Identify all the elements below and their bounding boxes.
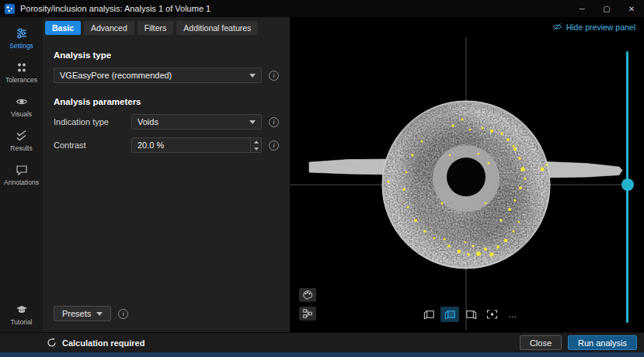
sidebar-item-label: Tolerances (5, 76, 37, 84)
presets-label: Presets (62, 309, 91, 318)
status-text: Calculation required (62, 338, 144, 348)
indication-type-label: Indication type (54, 117, 131, 127)
view-slice-left-button[interactable] (419, 307, 438, 322)
close-dialog-button[interactable]: Close (520, 335, 562, 350)
indication-type-dropdown[interactable]: Voids (131, 114, 262, 130)
sidebar-item-tutorial[interactable]: Tutorial (0, 298, 43, 332)
checklist-icon (16, 130, 28, 142)
eye-off-icon (552, 22, 562, 32)
sidebar: Settings Tolerances Visuals Results (0, 17, 43, 332)
sidebar-item-label: Annotations (4, 178, 39, 186)
close-button[interactable]: ✕ (619, 0, 644, 17)
statusbar: Calculation required Close Run analysis (0, 332, 644, 352)
sidebar-item-label: Results (10, 144, 32, 152)
settings-panel: Basic Advanced Filters Additional featur… (43, 17, 290, 332)
refresh-icon (47, 338, 57, 348)
spin-down-icon[interactable] (251, 145, 261, 152)
tab-filters[interactable]: Filters (138, 21, 174, 35)
view-slice-current-button[interactable] (440, 307, 459, 322)
info-icon[interactable]: i (269, 71, 279, 81)
analysis-type-value: VGEasyPore (recommended) (60, 71, 172, 80)
tolerances-icon (16, 61, 28, 74)
fit-view-button[interactable] (482, 307, 501, 322)
contrast-label: Contrast (54, 140, 131, 150)
sidebar-item-tolerances[interactable]: Tolerances (0, 56, 43, 90)
titlebar[interactable]: Porosity/inclusion analysis: Analysis 1 … (0, 0, 644, 17)
info-icon[interactable]: i (118, 309, 128, 319)
slice-slider-handle[interactable] (621, 178, 634, 191)
scene-tree-button[interactable] (299, 307, 316, 321)
slice-current-icon (444, 309, 457, 320)
graduation-cap-icon (16, 303, 28, 316)
hide-preview-panel-link[interactable]: Hide preview panel (552, 22, 635, 32)
info-icon[interactable]: i (269, 117, 279, 127)
scene-tree-icon (302, 308, 313, 319)
analysis-parameters-heading: Analysis parameters (54, 97, 279, 106)
slice-left-icon (423, 309, 436, 320)
tabbar: Basic Advanced Filters Additional featur… (43, 17, 290, 38)
porosity-analysis-dialog: Porosity/inclusion analysis: Analysis 1 … (0, 0, 644, 357)
chevron-down-icon (96, 312, 103, 316)
minimize-button[interactable]: ─ (569, 0, 594, 17)
speech-bubble-icon (16, 164, 28, 176)
more-options-button[interactable]: … (503, 307, 522, 322)
view-slice-right-button[interactable] (461, 307, 480, 322)
presets-button[interactable]: Presets (54, 306, 111, 321)
sidebar-item-visuals[interactable]: Visuals (0, 90, 43, 124)
ct-slice-view[interactable] (290, 17, 644, 332)
contrast-input[interactable]: 20.0 % (131, 137, 262, 153)
window-title: Porosity/inclusion analysis: Analysis 1 … (20, 4, 211, 13)
spinner-buttons[interactable] (250, 138, 261, 152)
sidebar-item-settings[interactable]: Settings (0, 22, 43, 56)
chevron-down-icon (249, 120, 256, 124)
part-ring (382, 101, 550, 269)
tab-advanced[interactable]: Advanced (84, 21, 134, 35)
indication-type-value: Voids (138, 117, 158, 127)
run-analysis-button[interactable]: Run analysis (568, 335, 637, 350)
center-bore (447, 158, 486, 196)
info-icon[interactable]: i (269, 140, 279, 151)
underlying-window-edge (0, 352, 644, 357)
sidebar-item-results[interactable]: Results (0, 124, 43, 158)
palette-button[interactable] (299, 288, 316, 302)
spin-up-icon[interactable] (251, 138, 261, 145)
fit-view-icon (486, 309, 499, 320)
analysis-type-heading: Analysis type (54, 50, 279, 60)
palette-icon (302, 289, 313, 300)
sidebar-item-label: Visuals (11, 110, 32, 118)
tab-basic[interactable]: Basic (45, 21, 81, 35)
sidebar-item-label: Tutorial (10, 318, 32, 326)
contrast-value: 20.0 % (138, 140, 164, 150)
sidebar-item-label: Settings (9, 42, 33, 50)
chevron-down-icon (249, 74, 256, 78)
sidebar-item-annotations[interactable]: Annotations (0, 158, 43, 192)
tab-additional-features[interactable]: Additional features (176, 21, 258, 35)
sliders-icon (16, 27, 28, 40)
app-icon (5, 4, 15, 14)
maximize-button[interactable]: ▢ (594, 0, 619, 17)
view-toolbar: … (419, 307, 522, 322)
preview-panel: Hide preview panel (290, 17, 644, 332)
eye-icon (16, 95, 28, 108)
analysis-type-dropdown[interactable]: VGEasyPore (recommended) (54, 68, 262, 83)
hide-preview-panel-label: Hide preview panel (566, 23, 635, 32)
slice-right-icon (465, 309, 478, 320)
